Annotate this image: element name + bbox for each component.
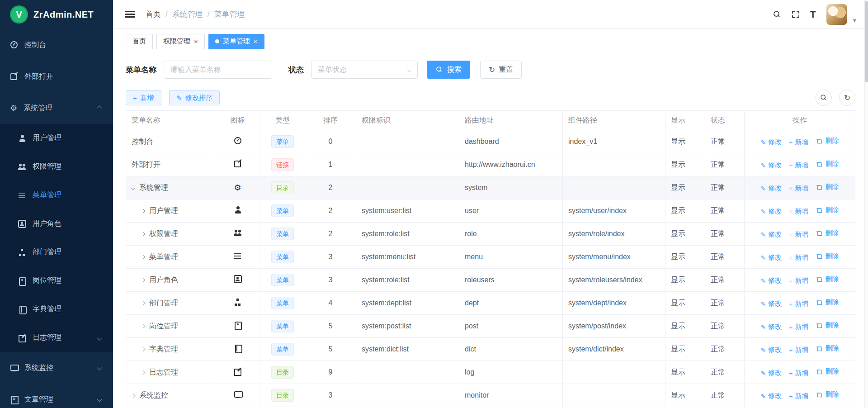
sidebar-item-user-roles[interactable]: 用户角色 bbox=[0, 209, 113, 238]
sidebar-item-dashboard[interactable]: 控制台 bbox=[0, 29, 113, 61]
add-link[interactable]: +新增 bbox=[789, 299, 808, 308]
caret-down-icon[interactable]: ▾ bbox=[853, 16, 856, 24]
expand-row-icon[interactable] bbox=[131, 393, 136, 398]
delete-link[interactable]: 删除 bbox=[816, 183, 839, 191]
table-row[interactable]: 菜单管理菜单3system:menu:listmenusystem/menu/i… bbox=[126, 246, 855, 269]
edit-link[interactable]: ✎修改 bbox=[761, 392, 782, 400]
tab-menus[interactable]: 菜单管理 × bbox=[208, 34, 264, 49]
search-button[interactable]: 搜索 bbox=[427, 61, 470, 79]
edit-link[interactable]: ✎修改 bbox=[761, 161, 782, 170]
sort-button[interactable]: ✎ 修改排序 bbox=[169, 90, 220, 105]
edit-link[interactable]: ✎修改 bbox=[761, 184, 782, 193]
menu-name-input[interactable] bbox=[164, 61, 272, 79]
edit-link[interactable]: ✎修改 bbox=[761, 253, 782, 262]
edit-link[interactable]: ✎修改 bbox=[761, 230, 782, 239]
delete-link[interactable]: 删除 bbox=[816, 229, 839, 237]
delete-link[interactable]: 删除 bbox=[816, 321, 839, 330]
delete-link[interactable]: 删除 bbox=[816, 160, 839, 168]
add-link[interactable]: +新增 bbox=[789, 323, 808, 331]
scrollbar-thumb[interactable] bbox=[865, 1, 868, 82]
delete-link[interactable]: 删除 bbox=[816, 206, 839, 214]
fullscreen-icon[interactable] bbox=[792, 11, 799, 18]
delete-link[interactable]: 删除 bbox=[816, 137, 839, 145]
delete-link[interactable]: 删除 bbox=[816, 344, 839, 353]
reset-button[interactable]: ↻ 重置 bbox=[480, 61, 522, 79]
edit-link[interactable]: ✎修改 bbox=[761, 207, 782, 216]
close-icon[interactable]: × bbox=[194, 38, 198, 45]
show-search-button[interactable] bbox=[816, 90, 832, 106]
collapse-row-icon[interactable] bbox=[131, 185, 136, 190]
table-row[interactable]: 系统管理⚙目录2system显示正常✎修改+新增删除 bbox=[126, 176, 855, 199]
expand-row-icon[interactable] bbox=[141, 301, 146, 305]
delete-link[interactable]: 删除 bbox=[816, 252, 839, 261]
sidebar-item-menus[interactable]: 菜单管理 bbox=[0, 181, 113, 209]
search-icon[interactable] bbox=[773, 10, 781, 19]
table-row[interactable]: 日志管理目录9log显示正常✎修改+新增删除 bbox=[126, 361, 855, 384]
expand-row-icon[interactable] bbox=[141, 370, 146, 375]
tab-home[interactable]: 首页 bbox=[126, 34, 153, 49]
sidebar-item-dicts[interactable]: 字典管理 bbox=[0, 295, 113, 323]
expand-row-icon[interactable] bbox=[141, 278, 146, 282]
route-value: system bbox=[465, 184, 488, 191]
sidebar-item-roles[interactable]: 权限管理 bbox=[0, 152, 113, 181]
sidebar-item-users[interactable]: 用户管理 bbox=[0, 124, 113, 152]
sidebar-item-posts[interactable]: 岗位管理 bbox=[0, 266, 113, 295]
sidebar-item-depts[interactable]: 部门管理 bbox=[0, 238, 113, 266]
table-row[interactable]: 外部打开链接1http://www.izhaorui.cn显示正常✎修改+新增删… bbox=[126, 153, 855, 176]
table-row[interactable]: 字典管理菜单5system:dict:listdictsystem/dict/i… bbox=[126, 338, 855, 361]
page-scrollbar[interactable] bbox=[864, 0, 868, 408]
delete-link[interactable]: 删除 bbox=[816, 275, 839, 284]
add-link[interactable]: +新增 bbox=[789, 184, 808, 193]
expand-row-icon[interactable] bbox=[141, 255, 146, 259]
add-link[interactable]: +新增 bbox=[789, 276, 808, 285]
edit-link[interactable]: ✎修改 bbox=[761, 138, 782, 147]
close-icon[interactable]: × bbox=[254, 38, 258, 45]
add-link[interactable]: +新增 bbox=[789, 369, 808, 377]
delete-link[interactable]: 删除 bbox=[816, 298, 839, 307]
sidebar-item-system[interactable]: ⚙ 系统管理 bbox=[0, 92, 113, 124]
table-row[interactable]: 部门管理菜单4system:dept:listdeptsystem/dept/i… bbox=[126, 292, 855, 315]
delete-label: 删除 bbox=[825, 252, 839, 261]
add-link[interactable]: +新增 bbox=[789, 161, 808, 170]
add-link[interactable]: +新增 bbox=[789, 346, 808, 354]
table-row[interactable]: 控制台菜单0dashboardindex_v1显示正常✎修改+新增删除 bbox=[126, 130, 855, 153]
refresh-table-button[interactable]: ↻ bbox=[839, 90, 855, 106]
sidebar-item-logs[interactable]: 日志管理 bbox=[0, 323, 113, 352]
sidebar-item-monitor[interactable]: 系统监控 bbox=[0, 352, 113, 384]
expand-row-icon[interactable] bbox=[141, 324, 146, 328]
user-avatar[interactable] bbox=[826, 4, 847, 25]
sidebar-item-label: 日志管理 bbox=[33, 333, 61, 342]
sidebar-item-external[interactable]: 外部打开 bbox=[0, 61, 113, 92]
expand-row-icon[interactable] bbox=[141, 232, 146, 236]
add-button[interactable]: + 新增 bbox=[126, 90, 161, 105]
table-row[interactable]: 岗位管理菜单5system:post:listpostsystem/post/i… bbox=[126, 315, 855, 338]
delete-link[interactable]: 删除 bbox=[816, 390, 839, 399]
add-link[interactable]: +新增 bbox=[789, 392, 808, 400]
add-link[interactable]: +新增 bbox=[789, 138, 808, 147]
breadcrumb-home[interactable]: 首页 bbox=[146, 9, 161, 19]
table-row[interactable]: 用户管理菜单2system:user:listusersystem/user/i… bbox=[126, 199, 855, 223]
edit-link[interactable]: ✎修改 bbox=[761, 323, 782, 331]
logo[interactable]: V ZrAdmin.NET bbox=[0, 0, 113, 29]
edit-link[interactable]: ✎修改 bbox=[761, 276, 782, 285]
status-select[interactable]: 菜单状态 bbox=[311, 61, 418, 79]
table-row[interactable]: 用户角色菜单3system:role:listroleuserssystem/r… bbox=[126, 269, 855, 292]
expand-row-icon[interactable] bbox=[141, 347, 146, 351]
monitor-icon bbox=[234, 390, 242, 399]
expand-row-icon[interactable] bbox=[141, 209, 146, 213]
doc-icon bbox=[10, 395, 18, 403]
table-row[interactable]: 权限管理菜单2system:role:listrolesystem/role/i… bbox=[126, 223, 855, 246]
table-row[interactable]: 系统监控目录3monitor显示正常✎修改+新增删除 bbox=[126, 384, 855, 407]
edit-link[interactable]: ✎修改 bbox=[761, 369, 782, 377]
sidebar-item-articles[interactable]: 文章管理 bbox=[0, 384, 113, 408]
add-link[interactable]: +新增 bbox=[789, 207, 808, 216]
tab-roles[interactable]: 权限管理 × bbox=[156, 34, 205, 49]
delete-link[interactable]: 删除 bbox=[816, 367, 839, 376]
edit-link[interactable]: ✎修改 bbox=[761, 299, 782, 308]
add-link[interactable]: +新增 bbox=[789, 230, 808, 239]
order-value: 2 bbox=[329, 230, 333, 237]
font-size-icon[interactable]: T bbox=[810, 9, 816, 20]
add-link[interactable]: +新增 bbox=[789, 253, 808, 262]
hamburger-menu-icon[interactable] bbox=[125, 10, 135, 18]
edit-link[interactable]: ✎修改 bbox=[761, 346, 782, 354]
